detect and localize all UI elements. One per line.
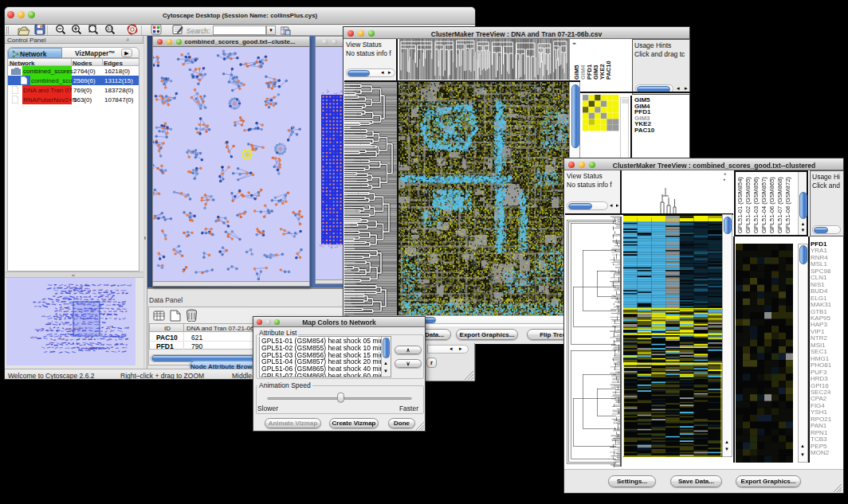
svg-text:1:1: 1:1: [108, 27, 113, 31]
